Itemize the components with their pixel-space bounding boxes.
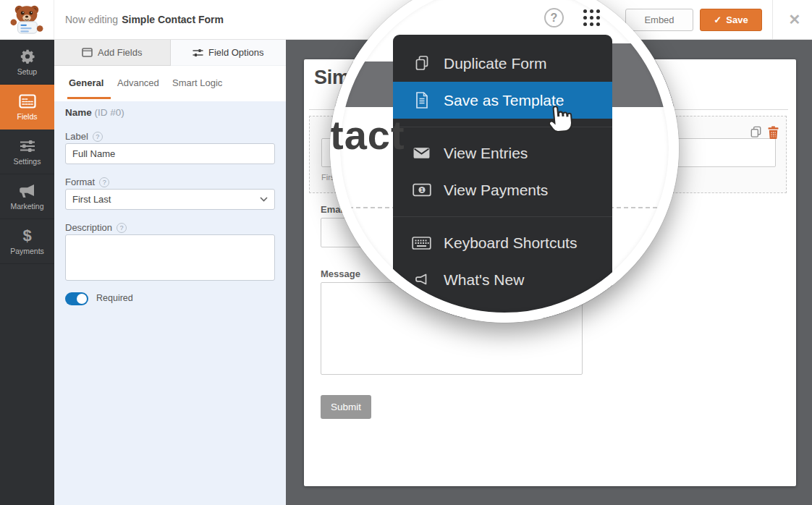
sidebar-item-label: Settings [14,157,41,166]
wpforms-builder: Now editing Simple Contact Form ? Embed … [0,0,812,505]
message-field-label: Message [321,268,360,279]
field-options-icon [193,48,203,57]
save-button[interactable]: ✓ Save [700,9,762,31]
save-button-label: Save [726,14,748,25]
description-textarea[interactable] [65,234,275,281]
help-tooltip-icon[interactable]: ? [117,223,127,233]
sidebar-item-setup[interactable]: Setup [0,40,54,85]
submit-button: Submit [321,395,371,419]
field-heading-id: (ID #0) [95,107,124,118]
megaphone-icon [19,183,36,199]
magnified-title-fragment: tact [330,111,405,158]
subtab-advanced[interactable]: Advanced [117,77,159,88]
sidebar-item-label: Setup [17,67,37,76]
apps-grid-icon[interactable] [583,9,600,26]
subtab-smart-logic[interactable]: Smart Logic [172,77,222,88]
label-input[interactable] [65,143,275,164]
topbar-divider [772,0,773,39]
add-fields-icon [82,48,93,57]
sidebar-item-settings[interactable]: Settings [0,130,54,174]
help-tooltip-icon[interactable]: ? [93,132,103,142]
toggle-knob [77,294,87,304]
active-subtab-underline [67,97,111,99]
help-tooltip-icon[interactable]: ? [99,177,109,187]
now-editing-title: Now editing Simple Contact Form [65,0,224,39]
sidebar-item-payments[interactable]: $ Payments [0,219,54,264]
hand-cursor-icon [546,100,576,137]
sidebar-item-label: Payments [10,247,44,255]
label-text: Label [65,131,88,142]
field-option-subtabs: General Advanced Smart Logic [54,66,286,101]
sliders-icon [20,138,35,154]
tab-field-options[interactable]: Field Options [171,40,287,66]
duplicate-field-icon[interactable] [749,125,763,139]
sidebar-item-marketing[interactable]: Marketing [0,174,54,219]
wpforms-logo [0,0,54,39]
label-field-label: Label ? [65,131,103,142]
panel-tabs: Add Fields Field Options [54,40,286,66]
form-name: Simple Contact Form [122,14,224,25]
gear-icon [20,48,35,64]
format-select-value: First Last [72,194,111,205]
subtab-general[interactable]: General [69,77,103,88]
embed-button[interactable]: Embed [625,9,693,31]
close-icon[interactable]: ✕ [782,0,808,39]
check-icon: ✓ [714,14,722,25]
label-text: Description [65,222,112,233]
tab-add-fields[interactable]: Add Fields [54,40,171,66]
dollar-icon: $ [22,228,31,244]
required-toggle[interactable] [65,292,88,305]
chevron-down-icon [260,197,268,202]
field-action-icons [749,125,779,139]
format-select[interactable]: First Last [65,189,275,210]
sidebar-item-label: Fields [17,112,37,121]
sidebar-item-label: Marketing [10,202,43,211]
field-options-panel: Add Fields Field Options General Advance… [54,40,286,505]
tab-label: Add Fields [98,47,142,58]
field-heading: Name (ID #0) [65,107,124,118]
required-toggle-label: Required [96,293,133,303]
builder-sidebar: Setup Fields Settings Marketing $ Paymen… [0,40,54,505]
format-field-label: Format ? [65,177,109,187]
form-fields-icon [19,93,36,109]
field-heading-name: Name [65,107,92,118]
help-icon[interactable]: ? [544,8,564,27]
tab-label: Field Options [208,47,264,58]
wpforms-bear-icon [10,4,43,35]
description-field-label: Description ? [65,222,127,233]
sidebar-item-fields[interactable]: Fields [0,85,54,130]
delete-field-icon[interactable] [768,126,779,139]
now-editing-prefix: Now editing [65,14,118,25]
label-text: Format [65,177,95,187]
